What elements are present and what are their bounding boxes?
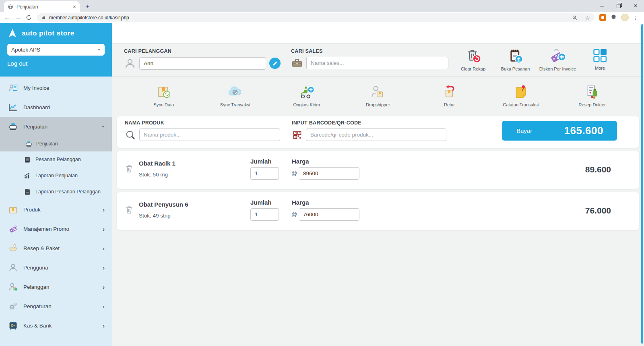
window-restore-button[interactable]: [610, 0, 627, 12]
browser-tab[interactable]: Penjualan ×: [4, 1, 80, 12]
action-label: Dropshipper: [366, 102, 390, 107]
chevron-right-icon: ›: [103, 322, 105, 329]
delete-item-button[interactable]: [125, 163, 134, 175]
barcode-input[interactable]: [306, 128, 446, 141]
item-subtotal: 89.600: [585, 165, 611, 174]
action-label: Clear Rekap: [461, 66, 485, 71]
sidebar-item-kas-bank[interactable]: Kas & Bank ›: [0, 316, 112, 335]
sidebar-item-label: Resep & Paket: [23, 245, 60, 251]
at-symbol: @: [291, 170, 297, 176]
harga-label: Harga: [292, 199, 309, 206]
tab-favicon-globe-icon: [8, 4, 13, 10]
price-input[interactable]: [299, 208, 359, 221]
harga-label: Harga: [292, 158, 309, 165]
forward-icon[interactable]: →: [15, 15, 21, 21]
tab-close-icon[interactable]: ×: [73, 4, 76, 10]
buka-pesanan-button[interactable]: Buka Pesanan: [494, 47, 537, 71]
quantity-input[interactable]: [250, 208, 279, 221]
brand-logo-icon: [7, 28, 18, 39]
action-label: More: [595, 66, 605, 70]
sidebar-item-produk[interactable]: Produk ›: [0, 200, 112, 219]
browser-menu-icon[interactable]: ⋮: [633, 15, 638, 21]
diskon-per-invoice-button[interactable]: Diskon Per Invoice: [537, 47, 579, 71]
bookmark-star-icon[interactable]: ☆: [583, 15, 592, 21]
cart-item-row: Obat Penyusun 6 Stok: 49 strip Jumlah Ha…: [117, 192, 639, 230]
dropshipper-button[interactable]: Dropshipper: [354, 84, 402, 107]
more-button[interactable]: More: [579, 47, 621, 71]
sync-transaksi-button[interactable]: Sync Transaksi: [211, 84, 259, 107]
edit-customer-button[interactable]: [269, 58, 281, 69]
ongkos-kirim-button[interactable]: Ongkos Kirim: [283, 84, 331, 107]
sidebar-subitem-penjualan[interactable]: Penjualan: [0, 136, 112, 151]
zoom-page-icon[interactable]: [570, 15, 580, 21]
main-content: CARI PELANGGAN CARI SALES: [112, 23, 644, 346]
back-icon[interactable]: ←: [4, 15, 10, 21]
product-stock: Stok: 50 mg: [139, 172, 168, 178]
extensions-puzzle-icon[interactable]: [610, 14, 617, 21]
tab-title: Penjualan: [17, 4, 70, 10]
extension-orange-icon[interactable]: [599, 14, 606, 21]
window-minimize-button[interactable]: [593, 0, 610, 12]
nama-produk-label: NAMA PRODUK: [125, 120, 280, 126]
sidebar-item-label: Manajemen Promo: [23, 226, 69, 232]
minimize-icon: [600, 6, 604, 6]
product-name-input[interactable]: [139, 128, 280, 141]
sidebar-item-dashboard[interactable]: Dashboard: [0, 97, 112, 117]
cart-item-row: Obat Racik 1 Stok: 50 mg Jumlah Harga @ …: [117, 151, 639, 189]
bayar-total: 165.600: [564, 124, 603, 137]
action-label: Catatan Transaksi: [503, 102, 539, 107]
notepad-icon: [23, 188, 31, 196]
quick-actions-row: Sync Data Sync Transaksi: [112, 77, 644, 114]
window-close-button[interactable]: ×: [627, 0, 644, 12]
invoice-person-icon: [8, 83, 18, 93]
customer-sales-row: CARI PELANGGAN CARI SALES: [112, 44, 644, 77]
sales-search-input[interactable]: [306, 57, 448, 69]
sidebar-item-pesanan-pelanggan[interactable]: Pesanan Pelanggan: [0, 151, 112, 168]
url-bar[interactable]: member.autopilotstore.co.id/kasir.php ☆: [37, 13, 594, 22]
discount-tag-icon: [549, 47, 567, 65]
chevron-right-icon: ›: [103, 245, 105, 252]
sidebar-item-resep-paket[interactable]: Resep & Paket ›: [0, 238, 112, 258]
customer-search-input[interactable]: [139, 57, 266, 70]
chevron-right-icon: ›: [103, 264, 105, 271]
sidebar-item-pengguna[interactable]: Pengguna ›: [0, 258, 112, 277]
page-scrollbar[interactable]: [641, 24, 643, 344]
profile-avatar[interactable]: [621, 14, 629, 21]
logout-link[interactable]: Log out: [7, 60, 27, 67]
sidebar-item-laporan-penjualan[interactable]: Laporan Penjualan: [0, 168, 112, 184]
restore-icon: [617, 4, 621, 8]
sync-data-button[interactable]: Sync Data: [140, 84, 188, 107]
clear-rekap-button[interactable]: Clear Rekap: [452, 47, 494, 71]
bayar-button[interactable]: Bayar 165.600: [502, 121, 617, 141]
catatan-transaksi-button[interactable]: Catatan Transaksi: [497, 84, 545, 107]
resep-dokter-button[interactable]: Resep Dokter: [568, 84, 616, 107]
trash-icon: [125, 204, 134, 215]
sidebar-item-pelanggan[interactable]: Pelanggan ›: [0, 277, 112, 296]
reload-icon[interactable]: [26, 15, 32, 21]
chevron-right-icon: ›: [103, 206, 105, 213]
quantity-input[interactable]: [250, 167, 279, 180]
more-grid-icon: [591, 47, 609, 64]
sidebar-item-laporan-pesanan-pelanggan[interactable]: Laporan Pesanan Pelanggan: [0, 184, 112, 200]
mortar-pestle-icon: [8, 243, 18, 253]
sidebar-active-section: Penjualan › Penjualan: [0, 117, 112, 151]
store-select[interactable]: Apotek APS ›: [7, 44, 105, 56]
sidebar-item-manajemen-promo[interactable]: Manajemen Promo ›: [0, 219, 112, 238]
delete-item-button[interactable]: [125, 204, 134, 216]
clear-rekap-trash-icon: [464, 47, 483, 65]
price-input[interactable]: [299, 167, 359, 180]
sidebar: auto pilot store Apotek APS › Log out My…: [0, 23, 112, 346]
sidebar-item-label: Kas & Bank: [23, 323, 52, 329]
new-tab-button[interactable]: +: [85, 2, 89, 10]
briefcase-icon: [291, 57, 303, 69]
sidebar-item-penjualan[interactable]: Penjualan ›: [0, 117, 112, 136]
sidebar-item-label: Pengguna: [23, 265, 48, 271]
sidebar-item-label: Laporan Pesanan Pelanggan: [35, 189, 101, 195]
sidebar-item-pengaturan[interactable]: Pengaturan ›: [0, 296, 112, 316]
chevron-right-icon: ›: [103, 226, 105, 232]
retur-button[interactable]: Retur: [425, 84, 473, 107]
sidebar-item-my-invoice[interactable]: My Invoice: [0, 78, 112, 97]
product-name: Obat Racik 1: [139, 160, 175, 167]
browser-tab-strip: Penjualan × + ×: [0, 0, 644, 12]
search-icon: [125, 129, 136, 141]
